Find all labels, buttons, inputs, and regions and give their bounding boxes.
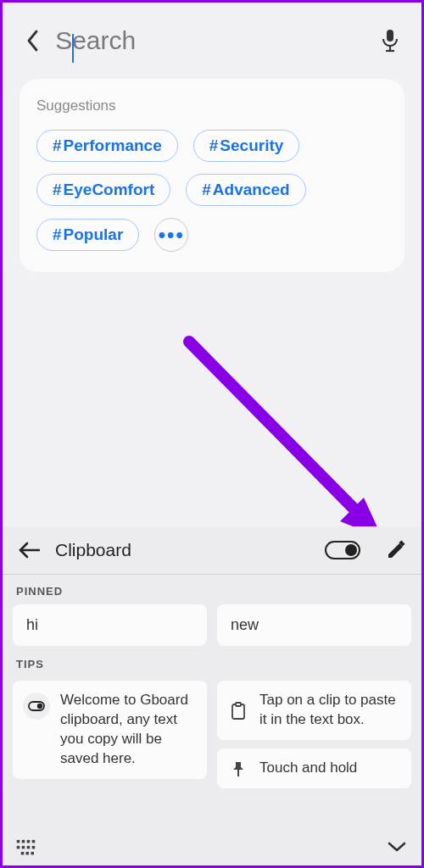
collapse-keyboard-icon[interactable] — [386, 836, 408, 858]
tips-section-label: TIPS — [13, 654, 411, 677]
pinned-clip[interactable]: new — [217, 604, 411, 646]
pinned-row: hi new — [13, 604, 411, 646]
clipboard-title: Clipboard — [55, 540, 325, 560]
suggestion-chip-row: #Performance #Security #EyeComfort #Adva… — [36, 130, 388, 252]
keyboard-grid-icon[interactable]: ▪▪▪▪▪▪▪▪ ▪▪▪ — [16, 838, 36, 856]
keyboard-back-icon[interactable] — [16, 537, 42, 563]
chip-label: EyeComfort — [64, 181, 155, 199]
gboard-clipboard-panel: Clipboard PINNED hi new TIPS Welcome to … — [3, 526, 421, 865]
clipboard-content: PINNED hi new TIPS Welcome to Gboard cli… — [3, 575, 421, 832]
suggestion-chip[interactable]: #Security — [193, 130, 300, 162]
chip-label: Performance — [64, 136, 162, 155]
svg-rect-10 — [236, 703, 241, 706]
suggestion-chip[interactable]: #Advanced — [186, 174, 305, 206]
keyboard-bottom-bar: ▪▪▪▪▪▪▪▪ ▪▪▪ — [3, 832, 421, 865]
suggestion-chip[interactable]: #EyeComfort — [36, 174, 170, 206]
more-suggestions-button[interactable]: ••• — [154, 218, 188, 252]
clipboard-icon — [227, 693, 249, 730]
edit-icon[interactable] — [384, 538, 408, 562]
chip-label: Popular — [64, 225, 124, 244]
pinned-clip[interactable]: hi — [13, 604, 207, 646]
pin-icon — [227, 760, 249, 778]
back-icon[interactable] — [21, 27, 45, 54]
search-bar — [3, 3, 421, 65]
text-cursor — [72, 34, 74, 63]
chip-label: Advanced — [213, 181, 290, 199]
tip-card[interactable]: Tap on a clip to paste it in the text bo… — [217, 681, 411, 740]
suggestion-chip[interactable]: #Performance — [36, 130, 178, 162]
tip-card[interactable]: Welcome to Gboard clipboard, any text yo… — [13, 681, 207, 779]
toggle-icon — [23, 693, 50, 720]
settings-search-screen: Suggestions #Performance #Security #EyeC… — [3, 3, 421, 526]
pinned-section-label: PINNED — [13, 581, 411, 604]
suggestions-card: Suggestions #Performance #Security #EyeC… — [20, 79, 404, 272]
mic-icon[interactable] — [377, 26, 403, 55]
tip-text: Touch and hold — [259, 759, 357, 778]
clipboard-toolbar: Clipboard — [3, 526, 421, 574]
search-input[interactable] — [55, 26, 377, 55]
svg-rect-0 — [387, 30, 393, 42]
tip-text: Welcome to Gboard clipboard, any text yo… — [60, 691, 197, 769]
suggestions-title: Suggestions — [36, 97, 388, 114]
tip-text: Tap on a clip to paste it in the text bo… — [259, 691, 401, 730]
svg-point-8 — [37, 704, 42, 709]
clipboard-toggle[interactable] — [325, 541, 360, 559]
tips-row: Welcome to Gboard clipboard, any text yo… — [13, 681, 411, 788]
tip-card[interactable]: Touch and hold — [217, 748, 411, 788]
chip-label: Security — [220, 136, 283, 155]
suggestion-chip[interactable]: #Popular — [36, 219, 139, 251]
